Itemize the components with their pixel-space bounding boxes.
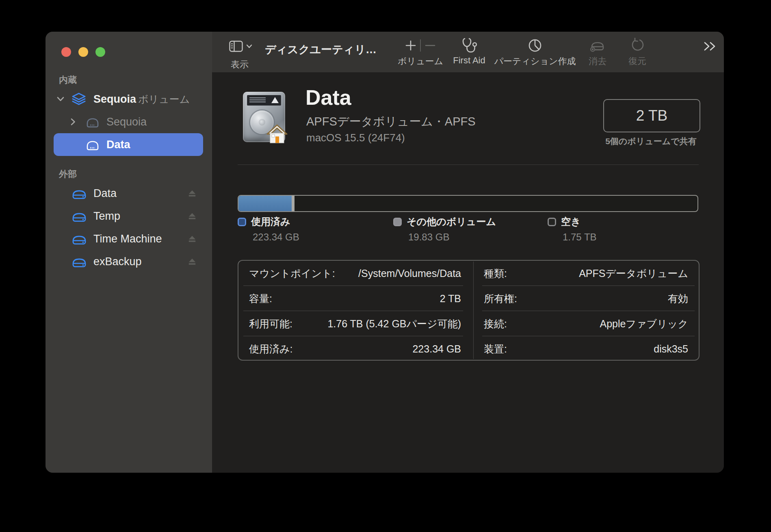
restore-rotate-icon [630, 37, 645, 54]
detail-value: 1.76 TB (5.42 GBパージ可能) [327, 311, 461, 336]
row-separator [243, 311, 463, 311]
row-separator [243, 336, 463, 336]
chevron-down-icon[interactable] [57, 97, 64, 102]
first-aid-label: First Aid [453, 55, 485, 66]
usage-bar [238, 195, 698, 212]
detail-value: 223.34 GB [412, 336, 461, 361]
sidebar-section-external: 外部 [59, 168, 77, 180]
sidebar-item-data-internal-selected[interactable]: Data [54, 133, 203, 156]
detail-value: APFSデータボリューム [579, 261, 688, 286]
legend-used-label: 使用済み [251, 215, 290, 228]
sidebar-toggle-icon [229, 41, 243, 52]
detail-value: 有効 [668, 286, 688, 311]
toolbar-overflow-chevrons-icon[interactable] [703, 41, 717, 52]
row-separator [243, 285, 463, 286]
chevron-right-icon[interactable] [71, 118, 76, 125]
internal-volume-icon [85, 138, 100, 151]
detail-label: 利用可能: [249, 311, 292, 336]
eject-icon[interactable] [188, 212, 197, 221]
view-menu-button[interactable]: 表示 [220, 37, 259, 68]
legend-free-value: 1.75 TB [563, 231, 597, 243]
eject-icon[interactable] [188, 257, 197, 266]
detail-label: 装置: [484, 336, 507, 361]
external-drive-icon [71, 210, 87, 222]
window-title: ディスクユーティリ… [265, 42, 377, 57]
restore-button[interactable]: 復元 [591, 37, 684, 67]
pie-chart-icon [527, 37, 543, 54]
home-badge-icon [266, 124, 288, 144]
legend-other-value: 19.83 GB [408, 231, 449, 243]
table-column-divider [473, 262, 474, 359]
detail-label: 使用済み: [249, 336, 293, 361]
toolbar: 表示 ディスクユーティリ… ボリューム [212, 32, 724, 73]
hard-drive-image [243, 92, 285, 142]
header-divider [238, 164, 699, 165]
legend-free: 空き [548, 215, 581, 228]
eject-icon[interactable] [188, 234, 197, 243]
minimize-window-button[interactable] [78, 47, 88, 57]
legend-used: 使用済み [238, 215, 290, 228]
disk-utility-window: 内蔵 Sequoia ボリューム [45, 32, 724, 473]
chevron-down-icon [246, 44, 252, 48]
volume-subtitle: APFSデータボリューム・APFS [306, 114, 476, 130]
sidebar-section-internal: 内蔵 [59, 74, 77, 86]
internal-volume-icon [85, 116, 100, 128]
row-separator [482, 285, 695, 286]
legend-used-swatch [238, 218, 246, 226]
legend-other: その他のボリューム [393, 215, 496, 228]
sidebar-item-label: Sequoia [106, 116, 147, 128]
legend-free-label: 空き [561, 215, 581, 228]
sidebar-item-label: Data [106, 138, 130, 151]
sidebar-item-data-external[interactable]: Data [45, 182, 212, 205]
sidebar-item-label: Time Machine [93, 233, 162, 245]
detail-label: マウントポイント: [249, 261, 335, 286]
external-drive-icon [71, 188, 87, 199]
zoom-window-button[interactable] [95, 47, 105, 57]
sidebar-item-badge: ボリューム [138, 93, 190, 106]
detail-label: 所有権: [484, 286, 517, 311]
sidebar-item-label: Data [93, 187, 117, 200]
legend-other-swatch [393, 218, 402, 226]
usage-used-segment [238, 196, 292, 211]
external-drive-icon [71, 256, 87, 267]
restore-label: 復元 [628, 55, 646, 67]
drive-label-sticker [247, 95, 281, 106]
stethoscope-icon [461, 37, 477, 54]
legend-other-label: その他のボリューム [407, 215, 496, 228]
row-separator [482, 336, 695, 336]
external-drive-icon [71, 233, 87, 244]
sidebar: 内蔵 Sequoia ボリューム [45, 32, 212, 473]
legend-used-value: 223.34 GB [253, 231, 299, 243]
sidebar-item-label: exBackup [93, 255, 142, 268]
sidebar-item-temp[interactable]: Temp [45, 205, 212, 227]
apfs-container-layers-icon [71, 93, 86, 106]
detail-label: 種類: [484, 261, 507, 286]
add-volume-button[interactable] [405, 39, 417, 52]
detail-value: Appleファブリック [600, 311, 688, 336]
detail-value: disk3s5 [654, 336, 688, 361]
close-window-button[interactable] [61, 47, 71, 57]
detail-label: 接続: [484, 311, 507, 336]
row-separator [482, 311, 695, 311]
usage-other-segment [292, 196, 295, 211]
sidebar-item-sequoia-container[interactable]: Sequoia ボリューム [45, 88, 212, 110]
main-content: Data APFSデータボリューム・APFS macOS 15.5 (24F74… [212, 72, 724, 473]
sidebar-item-time-machine[interactable]: Time Machine [45, 227, 212, 250]
detail-value: 2 TB [440, 286, 461, 311]
sidebar-item-label: Sequoia [93, 93, 136, 106]
legend-free-swatch [548, 218, 556, 226]
capacity-badge: 2 TB [603, 99, 700, 132]
detail-label: 容量: [249, 286, 272, 311]
detail-value: /System/Volumes/Data [358, 261, 461, 286]
details-table: マウントポイント: /System/Volumes/Data 容量: 2 TB … [238, 260, 700, 361]
volume-title: Data [305, 85, 351, 110]
view-button-label: 表示 [220, 58, 259, 71]
volume-os-version: macOS 15.5 (24F74) [306, 132, 405, 144]
sidebar-item-sequoia-system[interactable]: Sequoia [45, 110, 212, 133]
sidebar-item-label: Temp [93, 210, 120, 223]
button-divider [420, 39, 421, 52]
eject-icon[interactable] [188, 189, 197, 198]
sidebar-item-exbackup[interactable]: exBackup [45, 250, 212, 273]
capacity-shared-note: 5個のボリュームで共有 [587, 136, 715, 147]
